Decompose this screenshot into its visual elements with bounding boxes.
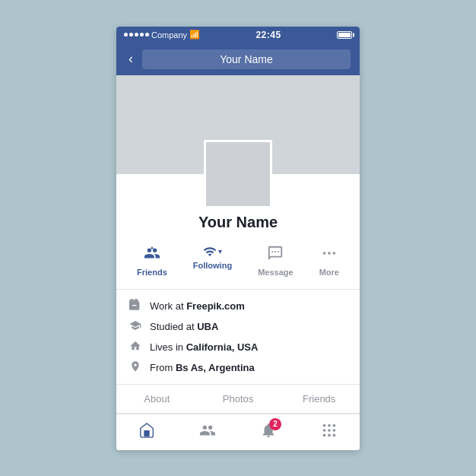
work-icon bbox=[129, 299, 142, 313]
nav-title: Your Name bbox=[142, 49, 351, 69]
bottom-nav-home[interactable] bbox=[138, 422, 155, 443]
profile-tabs: About Photos Friends bbox=[116, 385, 360, 414]
friends-nav-icon bbox=[199, 422, 216, 443]
friends-label: Friends bbox=[137, 268, 167, 277]
tab-photos[interactable]: Photos bbox=[198, 385, 279, 413]
friends-button[interactable]: Friends bbox=[131, 242, 173, 280]
status-right bbox=[337, 31, 352, 39]
lives-text: Lives in California, USA bbox=[150, 341, 258, 353]
svg-point-9 bbox=[333, 429, 336, 432]
more-icon bbox=[321, 245, 338, 265]
profile-pic-container bbox=[204, 140, 272, 208]
home-icon bbox=[129, 340, 142, 354]
home-nav-icon bbox=[138, 422, 155, 443]
following-button[interactable]: ▾ Following bbox=[187, 242, 238, 280]
message-label: Message bbox=[258, 268, 293, 277]
info-item-lives: Lives in California, USA bbox=[129, 340, 347, 354]
cover-photo bbox=[116, 75, 360, 174]
svg-point-0 bbox=[323, 252, 326, 255]
status-left: Company 📶 bbox=[124, 30, 200, 40]
svg-point-11 bbox=[328, 433, 331, 436]
battery-fill bbox=[338, 33, 351, 37]
bottom-nav-friends[interactable] bbox=[199, 422, 216, 443]
svg-point-1 bbox=[328, 252, 331, 255]
location-icon bbox=[129, 360, 142, 375]
from-text: From Bs As, Argentina bbox=[150, 362, 255, 373]
menu-nav-icon bbox=[321, 422, 338, 443]
wifi-icon: 📶 bbox=[189, 30, 200, 40]
study-text: Studied at UBA bbox=[150, 321, 218, 332]
svg-point-10 bbox=[323, 433, 326, 436]
tab-friends[interactable]: Friends bbox=[278, 385, 360, 413]
status-bar: Company 📶 22:45 bbox=[116, 27, 360, 43]
svg-point-4 bbox=[323, 424, 326, 427]
work-text: Work at Freepik.com bbox=[150, 300, 245, 312]
friends-icon bbox=[144, 245, 160, 265]
bottom-nav-notifications[interactable]: 2 bbox=[260, 422, 277, 443]
tab-about[interactable]: About bbox=[116, 385, 198, 413]
profile-picture bbox=[204, 140, 272, 208]
following-dropdown-arrow: ▾ bbox=[218, 247, 222, 255]
bottom-nav-menu[interactable] bbox=[321, 422, 338, 443]
nav-bar: ‹ Your Name bbox=[116, 43, 360, 75]
following-icon: ▾ bbox=[203, 245, 222, 259]
signal-dots bbox=[124, 33, 149, 36]
svg-point-6 bbox=[333, 424, 336, 427]
svg-point-8 bbox=[328, 429, 331, 432]
info-item-from: From Bs As, Argentina bbox=[129, 360, 347, 375]
following-label: Following bbox=[193, 261, 232, 270]
more-button[interactable]: More bbox=[313, 242, 345, 280]
battery-icon bbox=[337, 31, 352, 39]
action-buttons: Friends ▾ Following bbox=[116, 242, 360, 280]
phone-container: Company 📶 22:45 ‹ Your Name Your Name bbox=[116, 27, 360, 450]
svg-rect-3 bbox=[144, 430, 149, 436]
carrier-label: Company bbox=[151, 30, 187, 40]
more-label: More bbox=[319, 268, 339, 277]
info-section: Work at Freepik.com Studied at UBA Lives… bbox=[116, 290, 360, 385]
bottom-nav: 2 bbox=[116, 414, 360, 450]
study-icon bbox=[129, 319, 142, 334]
svg-point-12 bbox=[333, 433, 336, 436]
status-time: 22:45 bbox=[255, 30, 281, 40]
profile-name: Your Name bbox=[116, 214, 360, 231]
info-item-study: Studied at UBA bbox=[129, 319, 347, 334]
message-button[interactable]: Message bbox=[252, 242, 299, 280]
svg-point-5 bbox=[328, 424, 331, 427]
svg-point-2 bbox=[332, 252, 335, 255]
back-button[interactable]: ‹ bbox=[125, 51, 136, 67]
notification-badge: 2 bbox=[269, 418, 281, 430]
message-icon bbox=[267, 245, 284, 265]
info-item-work: Work at Freepik.com bbox=[129, 299, 347, 313]
svg-point-7 bbox=[323, 429, 326, 432]
